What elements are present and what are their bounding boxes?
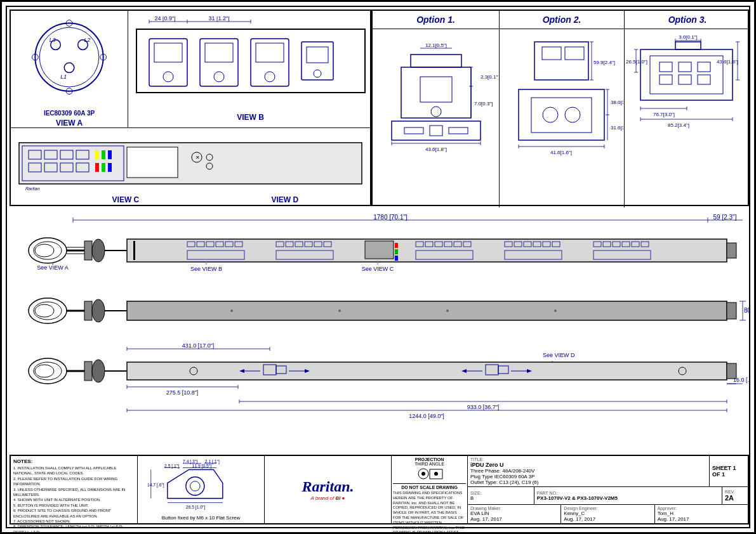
svg-text:31.6[1.2"]: 31.6[1.2"] xyxy=(611,125,623,131)
svg-text:431.0 [17.0"]: 431.0 [17.0"] xyxy=(182,342,215,349)
svg-rect-111 xyxy=(679,62,691,72)
people-row: Drawing Maker: EVA LIN Aug. 17, 2017 Des… xyxy=(468,505,748,523)
svg-text:24 [0.9"]: 24 [0.9"] xyxy=(154,16,175,22)
svg-rect-70 xyxy=(392,121,481,140)
info-rows: TITLE: iPDU Zero U Three Phase: 48A/208-… xyxy=(468,456,748,523)
outlet-type: Outlet Type: C13 (24), C19 (6) xyxy=(470,479,706,485)
option-2-title: Option 2. xyxy=(500,11,624,29)
plug-type: Plug Type IEC60309 60A 3P xyxy=(470,474,706,479)
svg-point-21 xyxy=(265,72,275,82)
svg-rect-208 xyxy=(84,361,92,381)
button-detail: 7.4 [.3"] 2.1 [.1"] 2.5 [.1"] 11.9 [0.5"… xyxy=(138,456,265,523)
approver: Tom_H xyxy=(658,511,745,516)
svg-rect-191 xyxy=(84,301,92,320)
svg-rect-23 xyxy=(307,47,328,63)
part-row: SIZE: B PART NO.: PX3-1070V-V2 & PX3-107… xyxy=(468,487,748,505)
rev-value: 2A xyxy=(725,494,745,502)
svg-point-137 xyxy=(92,239,105,262)
view-a-title: IEC80309 60A 3P xyxy=(44,110,95,117)
svg-text:76.7[3.0"]: 76.7[3.0"] xyxy=(653,112,675,117)
svg-text:7.0[0.3"]: 7.0[0.3"] xyxy=(474,101,493,107)
svg-rect-53 xyxy=(108,163,112,172)
bottom-bar: NOTES: 1. INSTALLATION SHALL COMPLY WITH… xyxy=(10,455,749,524)
page: L3 L2 L1 IEC80309 60A 3P VIEW A xyxy=(0,0,756,534)
svg-rect-154 xyxy=(395,243,398,248)
svg-point-198 xyxy=(554,309,557,312)
svg-point-15 xyxy=(163,72,173,82)
svg-text:275.5 [10.8"]: 275.5 [10.8"] xyxy=(166,389,199,396)
svg-point-209 xyxy=(92,360,105,382)
svg-point-195 xyxy=(230,309,233,312)
svg-text:80 [3.1"]: 80 [3.1"] xyxy=(744,307,749,314)
svg-rect-140 xyxy=(133,241,135,260)
svg-text:11.9 [0.5"]: 11.9 [0.5"] xyxy=(192,464,211,469)
svg-text:1780 [70.1"]: 1780 [70.1"] xyxy=(373,214,408,221)
svg-rect-136 xyxy=(84,241,92,260)
raritan-block: Raritan. A brand of BI ● xyxy=(265,456,392,523)
svg-point-189 xyxy=(35,304,54,317)
notes-title: NOTES: xyxy=(13,459,135,464)
svg-rect-58 xyxy=(420,77,452,102)
options-section: Option 1. 12.1[0.5"] 2.3[0.1"] 7.0 xyxy=(371,10,749,206)
svg-text:See VIEW D: See VIEW D xyxy=(543,352,575,358)
svg-rect-112 xyxy=(698,62,710,72)
size-value: B xyxy=(470,495,531,501)
svg-point-4 xyxy=(64,63,74,73)
svg-text:L2: L2 xyxy=(84,37,90,43)
svg-rect-153 xyxy=(365,241,394,259)
svg-text:41.6[1.6"]: 41.6[1.6"] xyxy=(550,150,572,155)
title-row: TITLE: iPDU Zero U Three Phase: 48A/208-… xyxy=(468,456,748,487)
sheet-cell: SHEET 1 OF 1 xyxy=(710,456,748,486)
projection-block: PROJECTION THIRD ANGLE DO NOT SCALE DRAW… xyxy=(392,456,468,523)
svg-text:26.5[1.0"]: 26.5[1.0"] xyxy=(626,59,647,65)
svg-rect-50 xyxy=(108,150,112,159)
part-number-cell: PART NO.: PX3-1070V-V2 & PX3-1070V-V2M5 xyxy=(534,487,722,504)
svg-rect-52 xyxy=(102,163,105,172)
view-b-box: 24 [0.9"] 31 [1.2"] VIEW B xyxy=(128,11,373,128)
svg-point-206 xyxy=(35,365,54,377)
svg-rect-115 xyxy=(698,75,710,84)
main-drawing: 1780 [70.1"] 59 [2.3"] xyxy=(10,212,749,453)
view-a-box: L3 L2 L1 IEC80309 60A 3P VIEW A xyxy=(11,11,128,128)
svg-rect-17 xyxy=(205,43,233,62)
svg-point-196 xyxy=(338,309,341,312)
view-d-label: VIEW D xyxy=(271,195,298,204)
svg-point-132 xyxy=(35,244,54,257)
drawing-maker-cell: Drawing Maker: EVA LIN Aug. 17, 2017 xyxy=(468,505,561,523)
engineer-cell: Design Engineer: Kenny_C Aug. 17, 2017 xyxy=(561,505,654,523)
svg-rect-72 xyxy=(430,126,442,136)
svg-point-269 xyxy=(434,472,438,476)
svg-text:2.3[0.1"]: 2.3[0.1"] xyxy=(481,74,498,80)
title-value: iPDU Zero U xyxy=(470,462,706,468)
option-2-box: Option 2. 59.9[2.4"] 38.0[1.5"] xyxy=(500,11,625,207)
svg-rect-57 xyxy=(401,67,471,118)
views-section: L3 L2 L1 IEC80309 60A 3P VIEW A xyxy=(10,10,371,206)
svg-rect-199 xyxy=(727,303,736,319)
svg-rect-75 xyxy=(542,47,561,60)
option-3-box: Option 3. 3.0[0.1"] 26.5[1.0"] 43. xyxy=(625,11,750,207)
svg-rect-42 xyxy=(127,147,178,178)
svg-rect-175 xyxy=(727,243,736,258)
rev-cell: REV. 2A xyxy=(722,487,748,504)
svg-rect-113 xyxy=(660,75,672,84)
svg-point-93 xyxy=(543,107,558,122)
title-cell: TITLE: iPDU Zero U Three Phase: 48A/208-… xyxy=(468,456,710,486)
raritan-logo: Raritan. xyxy=(302,478,354,495)
svg-point-257 xyxy=(185,477,204,495)
svg-rect-99 xyxy=(675,42,701,49)
copyright-text: THIS DRAWING AND SPECIFICATIONS HEREIN A… xyxy=(393,491,466,534)
view-b-label: VIEW B xyxy=(237,113,264,122)
svg-text:59.9[2.4"]: 59.9[2.4"] xyxy=(594,60,615,65)
svg-rect-54 xyxy=(411,55,461,67)
svg-text:38.0[1.5"]: 38.0[1.5"] xyxy=(611,100,623,105)
svg-text:12.1[0.5"]: 12.1[0.5"] xyxy=(425,42,447,48)
svg-text:See VIEW C: See VIEW C xyxy=(362,266,394,272)
notes-content: 1. INSTALLATION SHALL COMPLY WITH ALL AP… xyxy=(13,466,135,534)
svg-text:1244.0 [49.0"]: 1244.0 [49.0"] xyxy=(409,413,444,419)
svg-rect-48 xyxy=(95,150,99,159)
svg-text:59 [2.3"]: 59 [2.3"] xyxy=(713,214,737,221)
svg-point-18 xyxy=(214,72,224,82)
svg-rect-51 xyxy=(95,163,99,172)
svg-text:See VIEW A: See VIEW A xyxy=(37,264,69,271)
svg-rect-14 xyxy=(154,43,182,62)
